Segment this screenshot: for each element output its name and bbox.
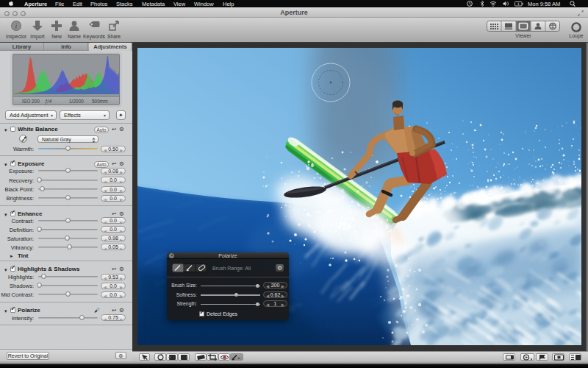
- svg-text:i: i: [15, 22, 18, 30]
